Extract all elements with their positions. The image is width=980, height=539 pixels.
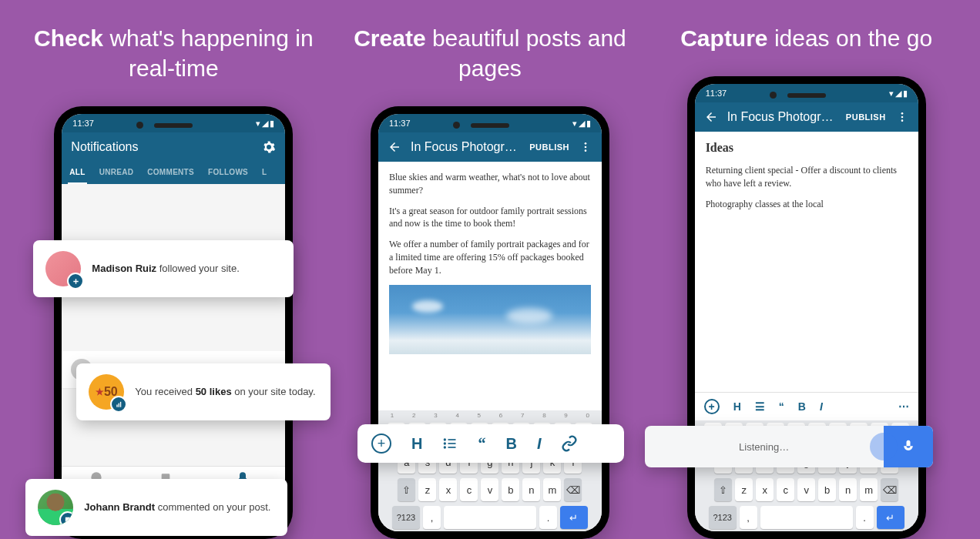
post-image[interactable] xyxy=(389,285,591,354)
comment-badge-icon xyxy=(59,511,73,525)
editor-body[interactable]: Blue skies and warm weather, what's not … xyxy=(378,162,602,410)
svg-point-10 xyxy=(444,442,446,444)
tab-likes[interactable]: L xyxy=(260,162,268,184)
post-title: In Focus Photogra… xyxy=(727,110,837,124)
svg-point-15 xyxy=(901,116,903,119)
app-bar: Notifications xyxy=(62,132,285,162)
voice-input-bar[interactable]: Listening… xyxy=(645,426,933,467)
tab-all[interactable]: ALL xyxy=(68,162,86,184)
more-icon[interactable] xyxy=(579,140,592,154)
wifi-icon: ▾ xyxy=(256,119,260,129)
svg-rect-2 xyxy=(116,404,117,407)
bold-button[interactable]: B xyxy=(505,435,516,453)
headline-check: Check what's happening in real-time xyxy=(19,23,327,83)
svg-point-5 xyxy=(585,142,587,145)
svg-point-7 xyxy=(585,149,587,152)
enter-key: ↵ xyxy=(560,506,588,529)
quote-button[interactable]: “ xyxy=(478,435,485,453)
add-block-button[interactable]: + xyxy=(371,434,391,454)
add-block-button[interactable]: + xyxy=(704,399,720,414)
plus-badge-icon xyxy=(67,273,84,290)
back-arrow-icon[interactable] xyxy=(388,140,401,154)
status-bar: 11:37 ▾◢▮ xyxy=(378,114,602,132)
phone-editor: 11:37 ▾◢▮ In Focus Photogra… PUBLISH Blu… xyxy=(371,106,609,539)
italic-button[interactable]: I xyxy=(537,435,542,453)
status-bar: 11:37 ▾◢▮ xyxy=(695,84,918,102)
publish-button[interactable]: PUBLISH xyxy=(846,112,886,122)
svg-rect-4 xyxy=(120,401,121,407)
notification-card-likes[interactable]: ★50 You received 50 likes on your site t… xyxy=(76,363,331,420)
signal-icon: ◢ xyxy=(262,119,268,129)
svg-rect-9 xyxy=(448,439,456,440)
phone-notifications: 11:37 ▾◢▮ Notifications ALL UNREAD COMME… xyxy=(54,106,293,539)
link-button[interactable] xyxy=(561,435,578,452)
bold-button[interactable]: B xyxy=(798,400,806,413)
publish-button[interactable]: PUBLISH xyxy=(529,142,569,152)
svg-rect-11 xyxy=(448,443,456,444)
list-button[interactable]: ☰ xyxy=(755,400,765,413)
tab-comments[interactable]: COMMENTS xyxy=(146,162,196,184)
phone-voice: 11:37 ▾◢▮ In Focus Photogra… PUBLISH Ide… xyxy=(687,76,926,539)
svg-point-16 xyxy=(901,119,903,122)
tab-follows[interactable]: FOLLOWS xyxy=(206,162,250,184)
gear-icon[interactable] xyxy=(262,140,276,154)
battery-icon: ▮ xyxy=(270,119,274,129)
more-icon[interactable] xyxy=(895,110,909,124)
app-bar: In Focus Photogra… PUBLISH xyxy=(378,132,602,162)
list-button[interactable] xyxy=(442,436,458,451)
svg-point-14 xyxy=(901,112,903,115)
mic-button[interactable] xyxy=(884,426,933,467)
listening-label: Listening… xyxy=(645,441,884,453)
heading-button[interactable]: H xyxy=(733,400,741,413)
svg-rect-3 xyxy=(118,403,119,407)
status-bar: 11:37 ▾◢▮ xyxy=(62,114,285,132)
notification-tabs: ALL UNREAD COMMENTS FOLLOWS L xyxy=(62,162,285,184)
tab-unread[interactable]: UNREAD xyxy=(98,162,136,184)
editor-toolbar: + H “ B I xyxy=(357,424,624,463)
editor-body[interactable]: Ideas Returning client special - Offer a… xyxy=(695,132,918,392)
notification-card-comment[interactable]: Johann Brandt commented on your post. xyxy=(25,479,287,536)
more-toolbar-icon[interactable]: ⋯ xyxy=(898,400,909,413)
notification-card-follow[interactable]: Madison Ruiz followed your site. xyxy=(33,240,294,297)
svg-point-12 xyxy=(444,446,446,448)
mini-toolbar: + H ☰ “ B I ⋯ xyxy=(695,392,918,420)
svg-point-8 xyxy=(444,438,446,440)
svg-point-6 xyxy=(585,146,587,149)
app-bar: In Focus Photogra… PUBLISH xyxy=(695,102,918,132)
italic-button[interactable]: I xyxy=(820,400,823,413)
quote-button[interactable]: “ xyxy=(779,400,784,413)
stats-badge-icon xyxy=(110,396,127,413)
headline-capture: Capture ideas on the go xyxy=(680,23,932,53)
heading-button[interactable]: H xyxy=(411,435,422,453)
backspace-key: ⌫ xyxy=(564,478,582,501)
svg-rect-13 xyxy=(448,447,456,448)
headline-create: Create beautiful posts and pages xyxy=(336,23,644,83)
back-arrow-icon[interactable] xyxy=(704,110,718,124)
shift-key: ⇧ xyxy=(398,478,415,501)
screen-title: Notifications xyxy=(71,140,253,154)
post-title: In Focus Photogra… xyxy=(411,140,520,154)
